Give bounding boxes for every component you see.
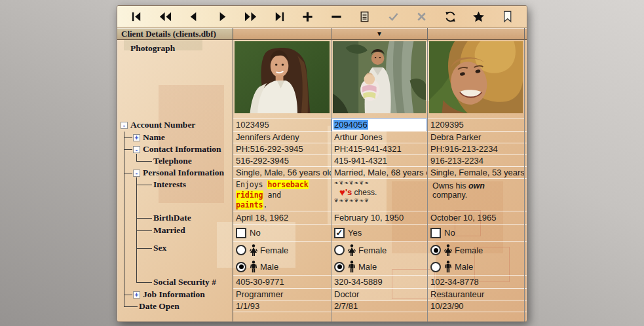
cell-date-open[interactable]: 1/1/93	[233, 300, 331, 312]
last-record-button[interactable]	[271, 9, 288, 25]
cell-telephone[interactable]: 516-292-3945	[233, 155, 331, 167]
column-header-record-3[interactable]	[428, 28, 525, 40]
cell-account-number[interactable]: 1209395	[428, 118, 524, 132]
male-radio[interactable]	[236, 262, 246, 272]
next-record-button[interactable]	[214, 9, 231, 25]
tree-node-date-open[interactable]: Date Open	[139, 301, 180, 312]
cell-account-number[interactable]: 1023495	[233, 118, 331, 132]
female-person-icon	[249, 244, 258, 257]
collapse-icon[interactable]: -	[133, 170, 140, 177]
cell-name[interactable]: Arthur Jones	[331, 132, 427, 143]
cell-ssn[interactable]: 102-34-8778	[428, 276, 524, 289]
photo-cell[interactable]	[428, 40, 524, 118]
cell-personal[interactable]: Married, Male, 68 years old	[331, 167, 427, 179]
male-radio[interactable]	[430, 262, 441, 272]
collapse-icon[interactable]: -	[121, 122, 128, 129]
column-header-record-2-current[interactable]: ▼	[331, 28, 428, 40]
cell-birthdate[interactable]: October 10, 1965	[428, 211, 524, 225]
cell-contact[interactable]: PH:415-941-4321	[331, 143, 427, 155]
tree-node-account-number[interactable]: - Account Number	[121, 120, 195, 130]
cell-interests-memo[interactable]: Enjoys horseback riding and paints.	[233, 179, 331, 211]
cell-name[interactable]: Debra Parker	[428, 132, 524, 143]
married-checkbox[interactable]: ✓	[334, 228, 345, 238]
bookmark-button[interactable]	[499, 9, 516, 25]
current-record-marker-icon: ▼	[376, 31, 383, 37]
tree-label: Contact Information	[143, 144, 221, 154]
cell-personal[interactable]: Single, Female, 53 years old	[428, 167, 524, 179]
cell-name[interactable]: Jennifers Ardeny	[233, 132, 331, 143]
favorites-button[interactable]	[470, 9, 487, 25]
married-checkbox[interactable]: ✓	[236, 228, 246, 238]
cell-empty	[525, 143, 527, 155]
married-checkbox[interactable]: ✓	[430, 228, 441, 238]
cell-birthdate[interactable]: February 10, 1950	[331, 211, 427, 225]
edit-memo-button[interactable]	[356, 9, 373, 25]
cell-empty	[525, 225, 527, 242]
cell-birthdate[interactable]: April 18, 1962	[233, 211, 331, 225]
first-record-button[interactable]	[128, 9, 145, 25]
cell-interests-memo[interactable]: ❧❦❧❦❧❦❧ ♥'s chess. ❦❧❦❧❦❧❦	[331, 179, 427, 211]
tree-line	[136, 282, 152, 283]
collapse-icon[interactable]: -	[133, 146, 140, 153]
cell-sex-male: Male	[428, 259, 524, 276]
expand-icon[interactable]: +	[133, 291, 140, 299]
tree-line	[124, 306, 138, 307]
tree-line	[136, 177, 137, 282]
fast-rewind-button[interactable]	[157, 9, 174, 25]
tree-node-sex[interactable]: Sex	[153, 243, 166, 253]
ornament-flourish: ❦❧❦❧❦❧❦	[334, 198, 425, 204]
memo-text: .	[263, 200, 268, 209]
photo-cell[interactable]	[233, 40, 331, 118]
tree-node-birthdate[interactable]: BirthDate	[153, 213, 191, 223]
prior-record-button[interactable]	[185, 9, 202, 25]
cancel-edit-button[interactable]	[413, 9, 430, 25]
cell-empty	[331, 312, 427, 321]
cell-job[interactable]: Restauranteur	[428, 289, 524, 300]
tree-node-job-information[interactable]: + Job Information	[133, 289, 205, 300]
delete-record-button[interactable]	[328, 9, 345, 25]
male-label: Male	[358, 262, 377, 272]
tree-node-interests[interactable]: Interests	[153, 179, 186, 190]
cell-job[interactable]: Doctor	[331, 289, 427, 300]
cell-contact[interactable]: PH:916-213-2234	[428, 143, 524, 155]
cell-ssn[interactable]: 320-34-5889	[331, 276, 427, 289]
tree-node-social-security[interactable]: Social Security #	[153, 277, 216, 287]
tree-node-telephone[interactable]: Telephone	[153, 156, 192, 166]
account-number-edit-field[interactable]: 2094056	[331, 118, 427, 132]
cancel-edit-icon	[415, 10, 428, 23]
cell-sex-female: Female	[331, 242, 427, 259]
female-radio[interactable]	[236, 245, 246, 255]
tree-node-personal-information[interactable]: - Personal Information	[133, 168, 224, 178]
cell-interests-memo[interactable]: Owns his own company.	[428, 179, 524, 211]
expand-icon[interactable]: +	[133, 134, 140, 141]
cell-contact[interactable]: PH:516-292-3945	[233, 143, 331, 155]
refresh-button[interactable]	[442, 9, 459, 25]
male-person-icon	[444, 261, 453, 273]
column-header-record-1[interactable]	[233, 28, 331, 40]
tree-node-name[interactable]: + Name	[133, 132, 165, 143]
photo-cell[interactable]	[331, 40, 427, 118]
insert-record-button[interactable]	[299, 9, 316, 25]
cell-telephone[interactable]: 415-941-4321	[331, 155, 427, 167]
tree-label: Married	[153, 225, 185, 236]
tree-node-contact-information[interactable]: - Contact Information	[133, 144, 221, 154]
cell-ssn[interactable]: 405-30-9771	[233, 276, 331, 289]
cell-date-open[interactable]: 2/7/81	[331, 300, 427, 312]
female-radio[interactable]	[430, 245, 441, 255]
cell-personal[interactable]: Single, Male, 56 years old	[233, 167, 331, 179]
cell-sex-male: Male	[331, 259, 427, 276]
male-radio[interactable]	[334, 262, 345, 272]
cell-account-number-editing[interactable]: 2094056	[331, 118, 427, 132]
tree-label-photograph[interactable]: Photograph	[130, 43, 175, 54]
fast-forward-button[interactable]	[242, 9, 259, 25]
cell-date-open[interactable]: 10/23/90	[428, 300, 524, 312]
memo-text: chess.	[352, 188, 377, 197]
cell-job[interactable]: Programmer	[233, 289, 331, 300]
tree-node-married[interactable]: Married	[153, 225, 185, 236]
cell-empty	[525, 312, 527, 321]
cell-telephone[interactable]: 916-213-2234	[428, 155, 524, 167]
fast-forward-icon	[244, 10, 257, 23]
female-radio[interactable]	[334, 245, 345, 255]
cell-empty	[233, 312, 331, 321]
post-edit-button[interactable]	[385, 9, 402, 25]
